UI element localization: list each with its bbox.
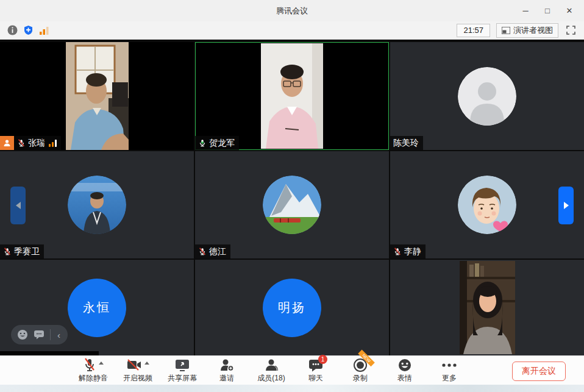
participant-label-row: 贺龙军 xyxy=(195,136,239,150)
invite-button[interactable]: 邀请 xyxy=(210,358,243,383)
record-label: 录制 xyxy=(353,373,368,383)
participant-label-row: 德江 xyxy=(195,244,230,258)
video-tile-lijing[interactable]: 李静 xyxy=(390,151,584,258)
participant-label-row: 季赛卫 xyxy=(0,244,44,258)
participant-name: 德江 xyxy=(209,244,226,258)
mic-muted-icon xyxy=(83,358,96,372)
signal-bars-icon xyxy=(49,140,57,147)
video-tile-dejiang[interactable]: 德江 xyxy=(195,151,389,258)
members-label: 成员(18) xyxy=(257,373,285,383)
mic-options-caret[interactable] xyxy=(99,362,104,365)
previous-page-arrow[interactable] xyxy=(10,187,26,224)
chat-button[interactable]: 1 聊天 xyxy=(299,358,332,383)
placeholder-avatar xyxy=(458,67,516,126)
share-screen-icon xyxy=(174,358,190,372)
share-screen-label: 共享屏幕 xyxy=(168,373,197,383)
video-tile-helongjun[interactable]: 贺龙军 xyxy=(195,42,389,150)
emoji-button[interactable]: 表情 xyxy=(388,358,421,383)
speaker-view-label: 演讲者视图 xyxy=(513,25,553,36)
chat-unread-badge: 1 xyxy=(318,355,327,364)
initial-avatar: 永恒 xyxy=(68,279,126,337)
participant-name: 李静 xyxy=(404,244,421,258)
pill-divider xyxy=(50,329,51,340)
collapse-pill-icon[interactable]: ‹ xyxy=(56,330,62,340)
start-video-button[interactable]: 开启视频 xyxy=(121,358,154,383)
mic-muted-icon xyxy=(17,138,26,148)
camera-off-icon xyxy=(126,358,142,372)
host-badge-icon xyxy=(0,136,14,150)
minimize-icon[interactable]: ─ xyxy=(515,0,536,21)
video-tile-mingyang[interactable]: 明扬 xyxy=(195,260,389,355)
participant-name: 张瑞 xyxy=(28,136,45,150)
participant-name: 季赛卫 xyxy=(14,244,40,258)
maximize-icon[interactable]: □ xyxy=(536,0,558,21)
speaker-view-button[interactable]: 演讲者视图 xyxy=(496,23,558,38)
chat-label: 聊天 xyxy=(308,373,323,383)
chevron-left-icon xyxy=(16,202,21,209)
emoji-reaction-icon[interactable] xyxy=(17,329,28,340)
leave-meeting-button[interactable]: 离开会议 xyxy=(512,362,566,381)
record-button[interactable]: NEW 录制 xyxy=(344,358,377,383)
participant-name: 贺龙军 xyxy=(209,136,235,150)
meeting-timer: 21:57 xyxy=(457,24,490,37)
close-icon[interactable]: ✕ xyxy=(558,0,580,21)
participant-name: 陈美玲 xyxy=(393,136,419,150)
emoji-label: 表情 xyxy=(397,373,412,383)
desktop-background-strip xyxy=(0,385,584,392)
network-signal-icon[interactable] xyxy=(39,25,49,35)
photo-avatar-dejiang xyxy=(263,176,321,234)
photo-avatar-lijing xyxy=(458,176,516,234)
layout-view-icon xyxy=(502,27,510,34)
participant-name-label: 陈美玲 xyxy=(390,136,423,150)
top-toolbar: 21:57 演讲者视图 xyxy=(0,21,584,40)
invite-person-icon xyxy=(219,358,234,372)
share-screen-button[interactable]: 共享屏幕 xyxy=(166,358,199,383)
bottom-toolbar: 解除静音 开启视频 共享屏幕 邀请 成员(18) xyxy=(0,355,584,385)
more-button[interactable]: 更多 xyxy=(433,358,466,383)
participant-label-row: 陈美玲 xyxy=(390,136,423,150)
meeting-status-icons xyxy=(7,25,49,35)
fullscreen-icon[interactable] xyxy=(564,24,577,37)
reaction-pill: ‹ xyxy=(11,325,68,344)
unmute-label: 解除静音 xyxy=(79,373,108,383)
more-label: 更多 xyxy=(442,373,457,383)
participant-name-label: 季赛卫 xyxy=(0,244,44,258)
next-page-arrow[interactable] xyxy=(558,187,574,224)
participant-label-row: 李静 xyxy=(390,244,426,258)
participant-name-label: 李静 xyxy=(390,244,426,258)
quick-chat-icon[interactable] xyxy=(34,330,45,340)
participant-name-label: 德江 xyxy=(195,244,230,258)
security-shield-icon[interactable] xyxy=(23,25,34,35)
window-title: 腾讯会议 xyxy=(276,5,308,16)
video-tile-chenmeiling[interactable]: 陈美玲 xyxy=(390,42,584,150)
camera-options-caret[interactable] xyxy=(144,362,149,365)
video-tile-zhangrui[interactable]: 张瑞 xyxy=(0,42,194,150)
invite-label: 邀请 xyxy=(219,373,234,383)
video-tile-jisaiwei[interactable]: 季赛卫 xyxy=(0,151,194,258)
topbar-right: 21:57 演讲者视图 xyxy=(457,23,577,38)
participant-label-row: 张瑞 xyxy=(0,136,61,150)
video-tile-unnamed[interactable] xyxy=(390,260,584,355)
start-video-label: 开启视频 xyxy=(123,373,152,383)
more-dots-icon xyxy=(441,363,457,368)
initial-avatar: 明扬 xyxy=(263,279,321,337)
members-icon xyxy=(265,358,278,372)
chevron-right-icon xyxy=(564,202,569,209)
mic-muted-icon xyxy=(3,247,12,256)
unmute-button[interactable]: 解除静音 xyxy=(77,358,110,383)
window-controls: ─ □ ✕ xyxy=(515,0,580,21)
webcam-video-zhangrui xyxy=(66,42,129,150)
photo-avatar-jisaiwei xyxy=(68,176,126,234)
webcam-video-unnamed xyxy=(460,260,515,355)
participant-name-label: 张瑞 xyxy=(14,136,61,150)
members-button[interactable]: 成员(18) xyxy=(255,358,288,383)
mic-muted-icon xyxy=(198,247,207,256)
meeting-window: 腾讯会议 ─ □ ✕ 21:57 演讲者视图 xyxy=(0,0,584,392)
participant-name-label: 贺龙军 xyxy=(195,136,239,150)
emoji-icon xyxy=(397,358,412,372)
mic-muted-icon xyxy=(393,247,402,256)
info-icon[interactable] xyxy=(7,25,18,35)
webcam-video-helongjun xyxy=(261,42,323,150)
video-grid: 张瑞 贺龙军 xyxy=(0,40,584,355)
titlebar: 腾讯会议 ─ □ ✕ xyxy=(0,0,584,21)
